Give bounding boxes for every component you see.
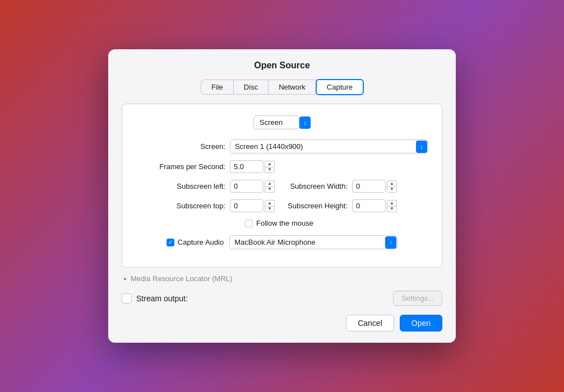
subscreen-top-group: Subscreen top: ▲ ▼ (136, 199, 275, 212)
fps-row: Frames per Second: ▲ ▼ (136, 160, 428, 173)
subscreen-left-input[interactable] (230, 180, 263, 193)
subscreen-top-stepper: ▲ ▼ (265, 200, 275, 212)
subscreen-height-label: Subscreen Height: (286, 202, 348, 210)
subscreen-left-stepper: ▲ ▼ (265, 180, 275, 193)
screen-select[interactable]: Screen 1 (1440x900) (230, 139, 428, 153)
capture-type-row: Screen ↕ (136, 115, 428, 129)
capture-audio-label: Capture Audio (178, 238, 224, 246)
subscreen-top-input[interactable] (230, 199, 263, 212)
cancel-button[interactable]: Cancel (346, 315, 394, 332)
capture-audio-row: ✓ Capture Audio MacBook Air Microphone ↕ (136, 235, 428, 249)
follow-mouse-row: Follow the mouse (136, 219, 428, 227)
subscreen-top-up[interactable]: ▲ (265, 200, 275, 206)
stream-output-row: Stream output: Settings... (122, 291, 442, 306)
subscreen-width-group: Subscreen Width: ▲ ▼ (286, 180, 397, 193)
screen-select-wrapper: Screen 1 (1440x900) ↕ (230, 139, 428, 153)
subscreen-left-label: Subscreen left: (136, 182, 225, 190)
subscreen-height-up[interactable]: ▲ (387, 200, 397, 206)
subscreen-height-down[interactable]: ▼ (387, 206, 397, 212)
subscreen-left-width-row: Subscreen left: ▲ ▼ Subscreen Width: ▲ ▼ (136, 180, 428, 193)
audio-select-wrapper: MacBook Air Microphone ↕ (229, 235, 397, 249)
audio-device-select[interactable]: MacBook Air Microphone (229, 235, 397, 249)
fps-stepper-up[interactable]: ▲ (265, 161, 275, 167)
capture-audio-checkbox[interactable]: ✓ (167, 239, 174, 246)
fps-stepper: ▲ ▼ (265, 161, 275, 173)
follow-mouse-label: Follow the mouse (256, 219, 313, 227)
mrl-chevron-icon: ▸ (124, 275, 127, 282)
open-source-dialog: Open Source File Disc Network Capture Sc… (108, 49, 456, 343)
stream-output-checkbox[interactable] (122, 293, 132, 304)
stream-output-label: Stream output: (136, 294, 393, 303)
capture-type-arrow-icon: ↕ (299, 116, 311, 129)
tab-bar: File Disc Network Capture (122, 80, 442, 95)
button-row: Cancel Open (122, 315, 442, 332)
subscreen-top-height-row: Subscreen top: ▲ ▼ Subscreen Height: ▲ ▼ (136, 199, 428, 212)
follow-mouse-checkbox[interactable] (245, 220, 253, 227)
mrl-section[interactable]: ▸ Media Resource Locator (MRL) (122, 274, 442, 283)
capture-content-panel: Screen ↕ Screen: Screen 1 (1440x900) ↕ F… (122, 104, 442, 268)
subscreen-height-stepper: ▲ ▼ (387, 200, 397, 212)
fps-input[interactable] (230, 160, 263, 173)
tab-capture[interactable]: Capture (316, 79, 364, 95)
fps-label: Frames per Second: (136, 162, 225, 171)
tab-disc[interactable]: Disc (234, 80, 269, 95)
fps-stepper-down[interactable]: ▼ (265, 167, 275, 173)
subscreen-left-group: Subscreen left: ▲ ▼ (136, 180, 275, 193)
subscreen-top-down[interactable]: ▼ (265, 206, 275, 212)
subscreen-width-input[interactable] (352, 180, 386, 193)
capture-type-wrapper: Screen ↕ (253, 115, 311, 129)
subscreen-height-group: Subscreen Height: ▲ ▼ (286, 199, 397, 212)
dialog-title: Open Source (122, 60, 442, 71)
screen-label: Screen: (136, 142, 225, 151)
subscreen-height-input[interactable] (352, 199, 386, 212)
subscreen-width-down[interactable]: ▼ (387, 186, 397, 193)
subscreen-width-up[interactable]: ▲ (387, 180, 397, 186)
subscreen-left-up[interactable]: ▲ (265, 180, 275, 186)
open-button[interactable]: Open (400, 315, 442, 332)
subscreen-width-stepper: ▲ ▼ (387, 180, 397, 193)
screen-row: Screen: Screen 1 (1440x900) ↕ (136, 139, 428, 153)
mrl-label: Media Resource Locator (MRL) (131, 274, 232, 283)
subscreen-width-label: Subscreen Width: (286, 182, 348, 190)
tab-file[interactable]: File (201, 80, 234, 95)
tab-network[interactable]: Network (269, 80, 316, 95)
settings-button[interactable]: Settings... (393, 291, 442, 306)
subscreen-left-down[interactable]: ▼ (265, 186, 275, 193)
capture-type-select[interactable]: Screen (253, 115, 299, 129)
subscreen-top-label: Subscreen top: (136, 202, 225, 210)
